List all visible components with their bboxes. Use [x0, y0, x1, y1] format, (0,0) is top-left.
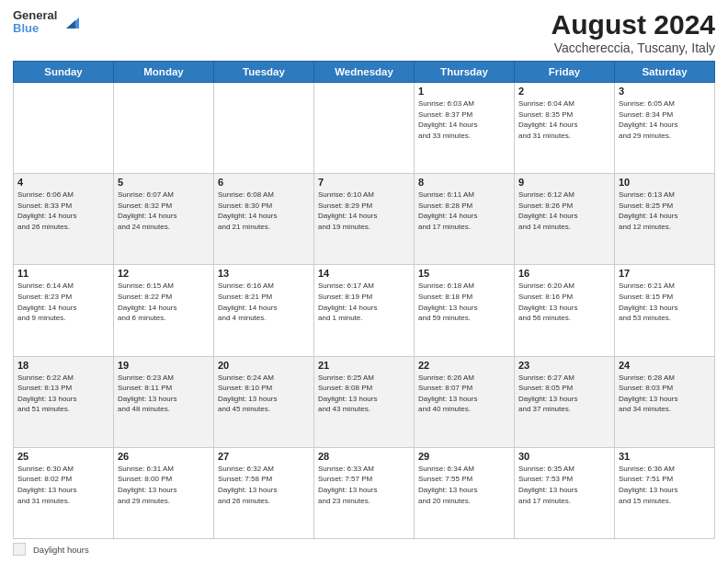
calendar-week-row: 4Sunrise: 6:06 AM Sunset: 8:33 PM Daylig… [14, 174, 715, 265]
header-wednesday: Wednesday [314, 62, 415, 83]
calendar-subtitle: Vacchereccia, Tuscany, Italy [552, 40, 715, 55]
table-row: 25Sunrise: 6:30 AM Sunset: 8:02 PM Dayli… [14, 447, 114, 538]
day-info: Sunrise: 6:10 AM Sunset: 8:29 PM Dayligh… [318, 190, 410, 232]
table-row: 20Sunrise: 6:24 AM Sunset: 8:10 PM Dayli… [214, 356, 314, 447]
table-row: 7Sunrise: 6:10 AM Sunset: 8:29 PM Daylig… [314, 174, 415, 265]
table-row [14, 83, 114, 174]
table-row: 24Sunrise: 6:28 AM Sunset: 8:03 PM Dayli… [615, 356, 715, 447]
day-info: Sunrise: 6:34 AM Sunset: 7:55 PM Dayligh… [418, 464, 510, 506]
header-tuesday: Tuesday [214, 62, 314, 83]
table-row [114, 83, 214, 174]
legend-label: Daylight hours [33, 545, 89, 555]
table-row: 26Sunrise: 6:31 AM Sunset: 8:00 PM Dayli… [114, 447, 214, 538]
day-info: Sunrise: 6:26 AM Sunset: 8:07 PM Dayligh… [418, 373, 510, 415]
table-row: 6Sunrise: 6:08 AM Sunset: 8:30 PM Daylig… [214, 174, 314, 265]
calendar-title: August 2024 [552, 9, 715, 40]
logo-line1: General [13, 9, 57, 22]
day-info: Sunrise: 6:14 AM Sunset: 8:23 PM Dayligh… [17, 281, 109, 323]
day-info: Sunrise: 6:17 AM Sunset: 8:19 PM Dayligh… [318, 281, 410, 323]
calendar-table: Sunday Monday Tuesday Wednesday Thursday… [13, 61, 715, 539]
day-number: 13 [218, 268, 310, 279]
table-row: 15Sunrise: 6:18 AM Sunset: 8:18 PM Dayli… [415, 265, 515, 356]
day-number: 31 [619, 451, 711, 462]
table-row: 19Sunrise: 6:23 AM Sunset: 8:11 PM Dayli… [114, 356, 214, 447]
day-info: Sunrise: 6:23 AM Sunset: 8:11 PM Dayligh… [118, 373, 210, 415]
calendar-week-row: 1Sunrise: 6:03 AM Sunset: 8:37 PM Daylig… [14, 83, 715, 174]
day-number: 7 [318, 177, 410, 188]
day-number: 27 [218, 451, 310, 462]
table-row: 16Sunrise: 6:20 AM Sunset: 8:16 PM Dayli… [515, 265, 615, 356]
table-row: 17Sunrise: 6:21 AM Sunset: 8:15 PM Dayli… [615, 265, 715, 356]
day-number: 28 [318, 451, 410, 462]
table-row: 22Sunrise: 6:26 AM Sunset: 8:07 PM Dayli… [415, 356, 515, 447]
day-info: Sunrise: 6:04 AM Sunset: 8:35 PM Dayligh… [518, 98, 610, 141]
table-row [214, 83, 314, 174]
table-row: 12Sunrise: 6:15 AM Sunset: 8:22 PM Dayli… [114, 265, 214, 356]
header-sunday: Sunday [14, 62, 114, 83]
table-row: 29Sunrise: 6:34 AM Sunset: 7:55 PM Dayli… [415, 447, 515, 538]
day-info: Sunrise: 6:21 AM Sunset: 8:15 PM Dayligh… [619, 281, 711, 323]
header-monday: Monday [114, 62, 214, 83]
day-number: 11 [17, 268, 109, 279]
day-info: Sunrise: 6:05 AM Sunset: 8:34 PM Dayligh… [619, 98, 711, 141]
svg-marker-1 [66, 20, 75, 29]
day-info: Sunrise: 6:18 AM Sunset: 8:18 PM Dayligh… [418, 281, 510, 323]
day-info: Sunrise: 6:28 AM Sunset: 8:03 PM Dayligh… [619, 373, 711, 415]
day-info: Sunrise: 6:25 AM Sunset: 8:08 PM Dayligh… [318, 373, 410, 415]
header: General Blue August 2024 Vacchereccia, T… [13, 9, 715, 55]
day-info: Sunrise: 6:31 AM Sunset: 8:00 PM Dayligh… [118, 464, 210, 506]
day-number: 17 [619, 268, 711, 279]
day-number: 19 [118, 360, 210, 371]
table-row: 2Sunrise: 6:04 AM Sunset: 8:35 PM Daylig… [515, 83, 615, 174]
table-row: 4Sunrise: 6:06 AM Sunset: 8:33 PM Daylig… [14, 174, 114, 265]
calendar-header-row: Sunday Monday Tuesday Wednesday Thursday… [14, 62, 715, 83]
day-number: 15 [418, 268, 510, 279]
table-row: 31Sunrise: 6:36 AM Sunset: 7:51 PM Dayli… [615, 447, 715, 538]
day-info: Sunrise: 6:03 AM Sunset: 8:37 PM Dayligh… [418, 98, 510, 141]
legend: Daylight hours [13, 543, 715, 556]
day-number: 9 [518, 177, 610, 188]
day-info: Sunrise: 6:11 AM Sunset: 8:28 PM Dayligh… [418, 190, 510, 232]
day-number: 3 [619, 86, 711, 97]
table-row: 10Sunrise: 6:13 AM Sunset: 8:25 PM Dayli… [615, 174, 715, 265]
table-row: 9Sunrise: 6:12 AM Sunset: 8:26 PM Daylig… [515, 174, 615, 265]
day-number: 6 [218, 177, 310, 188]
day-number: 22 [418, 360, 510, 371]
day-info: Sunrise: 6:13 AM Sunset: 8:25 PM Dayligh… [619, 190, 711, 232]
calendar-week-row: 25Sunrise: 6:30 AM Sunset: 8:02 PM Dayli… [14, 447, 715, 538]
day-number: 20 [218, 360, 310, 371]
day-info: Sunrise: 6:06 AM Sunset: 8:33 PM Dayligh… [17, 190, 109, 232]
page: General Blue August 2024 Vacchereccia, T… [0, 0, 728, 563]
day-info: Sunrise: 6:33 AM Sunset: 7:57 PM Dayligh… [318, 464, 410, 506]
header-friday: Friday [515, 62, 615, 83]
day-info: Sunrise: 6:16 AM Sunset: 8:21 PM Dayligh… [218, 281, 310, 323]
day-info: Sunrise: 6:24 AM Sunset: 8:10 PM Dayligh… [218, 373, 310, 415]
day-number: 30 [518, 451, 610, 462]
table-row: 30Sunrise: 6:35 AM Sunset: 7:53 PM Dayli… [515, 447, 615, 538]
day-number: 4 [17, 177, 109, 188]
logo-line2: Blue [13, 22, 57, 35]
day-number: 5 [118, 177, 210, 188]
day-info: Sunrise: 6:36 AM Sunset: 7:51 PM Dayligh… [619, 464, 711, 506]
day-number: 21 [318, 360, 410, 371]
day-number: 16 [518, 268, 610, 279]
table-row: 21Sunrise: 6:25 AM Sunset: 8:08 PM Dayli… [314, 356, 415, 447]
table-row: 27Sunrise: 6:32 AM Sunset: 7:58 PM Dayli… [214, 447, 314, 538]
day-number: 24 [619, 360, 711, 371]
table-row: 5Sunrise: 6:07 AM Sunset: 8:32 PM Daylig… [114, 174, 214, 265]
logo-text: General Blue [13, 9, 57, 36]
day-info: Sunrise: 6:08 AM Sunset: 8:30 PM Dayligh… [218, 190, 310, 232]
calendar-week-row: 11Sunrise: 6:14 AM Sunset: 8:23 PM Dayli… [14, 265, 715, 356]
table-row: 28Sunrise: 6:33 AM Sunset: 7:57 PM Dayli… [314, 447, 415, 538]
day-number: 12 [118, 268, 210, 279]
table-row: 11Sunrise: 6:14 AM Sunset: 8:23 PM Dayli… [14, 265, 114, 356]
day-number: 1 [418, 86, 510, 97]
day-number: 25 [17, 451, 109, 462]
day-info: Sunrise: 6:15 AM Sunset: 8:22 PM Dayligh… [118, 281, 210, 323]
table-row: 23Sunrise: 6:27 AM Sunset: 8:05 PM Dayli… [515, 356, 615, 447]
day-info: Sunrise: 6:35 AM Sunset: 7:53 PM Dayligh… [518, 464, 610, 506]
day-number: 26 [118, 451, 210, 462]
title-block: August 2024 Vacchereccia, Tuscany, Italy [552, 9, 715, 55]
header-thursday: Thursday [415, 62, 515, 83]
day-number: 10 [619, 177, 711, 188]
